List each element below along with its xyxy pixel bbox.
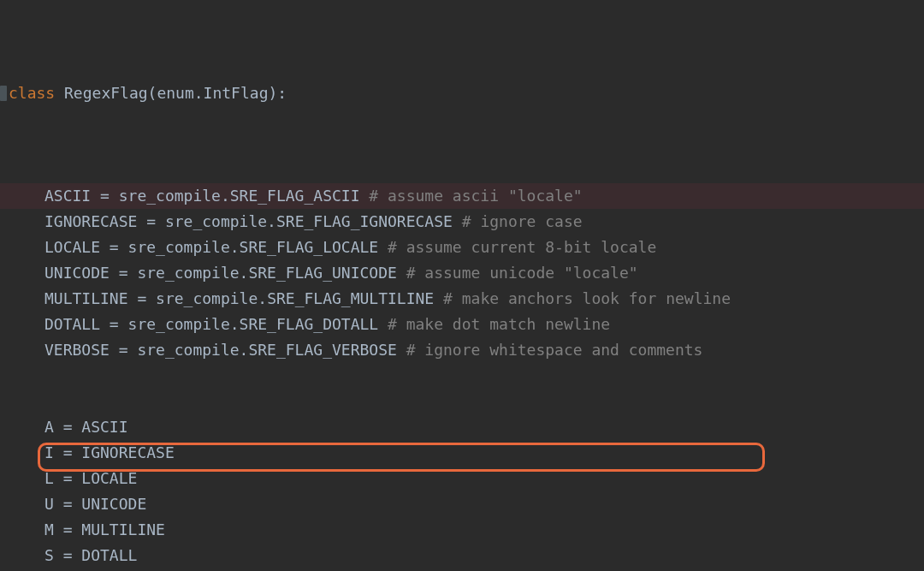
- comment-text: # ignore whitespace and comments: [406, 341, 703, 359]
- comment-text: # assume current 8-bit locale: [388, 238, 656, 256]
- var-name: DOTALL: [44, 315, 100, 333]
- code-line-alias[interactable]: S = DOTALL: [0, 543, 924, 568]
- comment-text: # make anchors look for newline: [443, 289, 731, 307]
- code-line-alias[interactable]: L = LOCALE: [0, 466, 924, 491]
- var-name: LOCALE: [44, 238, 100, 256]
- var-name: U: [44, 495, 54, 513]
- code-line-flag[interactable]: UNICODE = sre_compile.SRE_FLAG_UNICODE #…: [0, 260, 924, 286]
- code-line-alias[interactable]: M = MULTILINE: [0, 517, 924, 543]
- var-name: VERBOSE: [44, 341, 110, 359]
- code-line-flag[interactable]: LOCALE = sre_compile.SRE_FLAG_LOCALE # a…: [0, 235, 924, 260]
- var-name: A: [44, 418, 54, 436]
- var-name: IGNORECASE: [44, 212, 137, 230]
- code-line-flag[interactable]: DOTALL = sre_compile.SRE_FLAG_DOTALL # m…: [0, 312, 924, 337]
- var-name: S: [44, 546, 54, 564]
- comment-text: # assume unicode "locale": [406, 264, 638, 282]
- code-line-flag[interactable]: MULTILINE = sre_compile.SRE_FLAG_MULTILI…: [0, 286, 924, 312]
- code-editor[interactable]: class RegexFlag(enum.IntFlag): ASCII = s…: [0, 3, 924, 571]
- keyword-class: class: [9, 84, 55, 102]
- code-line-alias[interactable]: U = UNICODE: [0, 491, 924, 517]
- class-name: RegexFlag: [64, 84, 148, 102]
- comment-text: # ignore case: [462, 212, 583, 230]
- comment-text: # make dot match newline: [388, 315, 610, 333]
- code-line-alias[interactable]: A = ASCII: [0, 414, 924, 440]
- var-name: I: [44, 443, 54, 461]
- code-line-alias[interactable]: I = IGNORECASE: [0, 440, 924, 466]
- var-name: UNICODE: [44, 264, 110, 282]
- var-name: ASCII: [44, 187, 91, 205]
- var-name: MULTILINE: [44, 289, 128, 307]
- var-name: L: [44, 469, 54, 487]
- var-name: M: [44, 520, 54, 538]
- code-line-flag[interactable]: VERBOSE = sre_compile.SRE_FLAG_VERBOSE #…: [0, 337, 924, 363]
- comment-text: # assume ascii "locale": [369, 187, 582, 205]
- code-line-flag[interactable]: ASCII = sre_compile.SRE_FLAG_ASCII # ass…: [0, 183, 924, 209]
- code-line-class[interactable]: class RegexFlag(enum.IntFlag):: [0, 80, 924, 106]
- fold-gutter-icon[interactable]: [0, 86, 7, 101]
- class-base: enum.IntFlag: [157, 84, 268, 102]
- code-line-flag[interactable]: IGNORECASE = sre_compile.SRE_FLAG_IGNORE…: [0, 209, 924, 235]
